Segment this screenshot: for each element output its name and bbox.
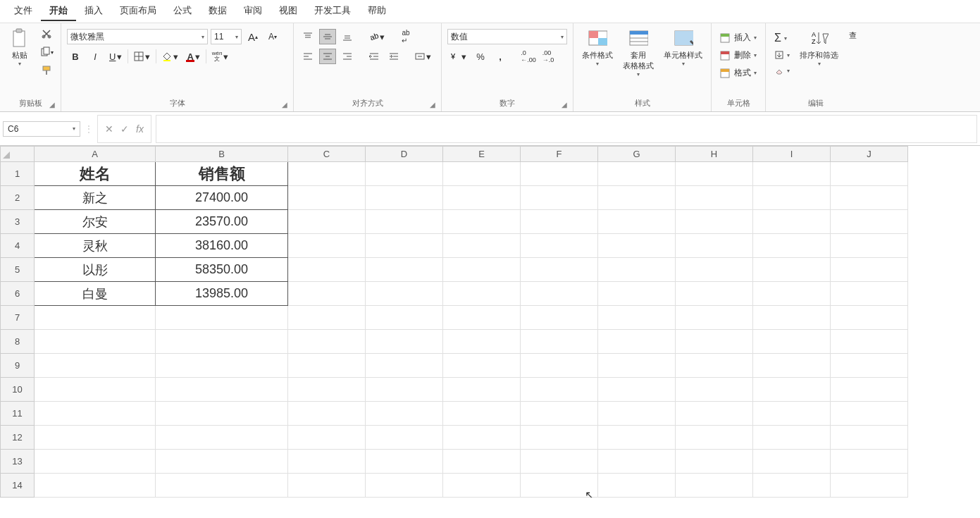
cell[interactable] [288,426,366,450]
menu-formulas[interactable]: 公式 [165,1,200,21]
cell[interactable] [831,258,908,282]
menu-data[interactable]: 数据 [200,1,235,21]
cell[interactable] [35,474,156,498]
cell[interactable] [676,426,753,450]
cell[interactable] [288,186,366,210]
cell[interactable] [288,330,366,354]
cell[interactable] [521,354,598,378]
cell[interactable] [366,402,443,426]
cell[interactable] [753,234,831,258]
cell[interactable] [676,474,753,498]
cell[interactable] [521,426,598,450]
column-header[interactable]: C [288,147,366,162]
cell[interactable] [598,258,676,282]
cell[interactable] [753,186,831,210]
copy-button[interactable]: ▾ [38,44,55,60]
cancel-formula-button[interactable]: ✕ [105,123,113,135]
column-header[interactable]: B [156,147,288,162]
row-header[interactable]: 4 [1,234,35,258]
cell[interactable] [156,402,288,426]
cell[interactable] [443,162,521,186]
align-middle-button[interactable] [319,29,336,44]
row-header[interactable]: 9 [1,354,35,378]
cell[interactable] [598,210,676,234]
align-left-button[interactable] [299,49,316,64]
font-color-button[interactable]: A▾ [184,49,202,64]
insert-cells-button[interactable]: 插入▾ [717,30,759,45]
cell[interactable] [35,426,156,450]
percent-button[interactable]: % [472,49,489,64]
menu-file[interactable]: 文件 [6,1,41,21]
cell[interactable] [156,474,288,498]
cell[interactable] [156,330,288,354]
enter-formula-button[interactable]: ✓ [120,123,129,135]
cell[interactable] [288,306,366,330]
column-header[interactable]: G [598,147,676,162]
cell[interactable] [831,186,908,210]
cell[interactable] [676,210,753,234]
cell[interactable]: 姓名 [35,162,156,186]
dialog-launcher-icon[interactable]: ◢ [430,101,435,109]
cell[interactable] [156,378,288,402]
format-cells-button[interactable]: 格式▾ [717,66,759,80]
row-header[interactable]: 10 [1,378,35,402]
cell[interactable] [288,210,366,234]
menu-view[interactable]: 视图 [271,1,306,21]
cell[interactable] [366,258,443,282]
cell[interactable] [831,234,908,258]
cell[interactable] [288,234,366,258]
cell[interactable] [598,354,676,378]
dialog-launcher-icon[interactable]: ◢ [49,101,55,109]
dialog-launcher-icon[interactable]: ◢ [562,101,567,109]
cell[interactable] [831,330,908,354]
cell[interactable] [288,402,366,426]
row-header[interactable]: 12 [1,426,35,450]
merge-center-button[interactable]: ▾ [412,49,434,64]
cell[interactable] [443,186,521,210]
cell[interactable] [598,474,676,498]
align-top-button[interactable] [299,29,316,44]
cell[interactable] [521,474,598,498]
row-header[interactable]: 2 [1,186,35,210]
formula-input[interactable] [156,115,977,143]
cell[interactable] [366,306,443,330]
cell[interactable]: 58350.00 [156,258,288,282]
cell[interactable] [831,426,908,450]
cell[interactable] [443,426,521,450]
row-header[interactable]: 13 [1,450,35,474]
cell[interactable]: 白曼 [35,282,156,306]
cell[interactable] [35,330,156,354]
cell[interactable] [443,402,521,426]
cell[interactable] [598,402,676,426]
cell[interactable] [443,282,521,306]
font-size-combo[interactable]: 11▾ [211,29,242,44]
cell[interactable] [676,330,753,354]
cell[interactable] [443,474,521,498]
row-header[interactable]: 14 [1,474,35,498]
underline-button[interactable]: U▾ [106,49,125,64]
pinyin-guide-button[interactable]: wén文▾ [209,49,232,64]
bold-button[interactable]: B [67,49,84,64]
cell[interactable] [288,378,366,402]
cell[interactable] [288,282,366,306]
cell-styles-button[interactable]: 单元格样式 ▾ [661,26,705,70]
cell[interactable] [521,210,598,234]
row-header[interactable]: 7 [1,306,35,330]
cell[interactable] [598,426,676,450]
select-all-corner[interactable] [1,147,35,162]
align-center-button[interactable] [319,49,336,64]
cell[interactable] [598,306,676,330]
cell[interactable] [366,378,443,402]
cell[interactable] [35,306,156,330]
wrap-text-button[interactable]: ab↵ [397,29,414,44]
cell[interactable] [288,354,366,378]
cell[interactable] [156,426,288,450]
cell[interactable] [521,330,598,354]
row-header[interactable]: 1 [1,162,35,186]
cell[interactable] [443,258,521,282]
decrease-decimal-button[interactable]: .00→.0 [540,49,557,64]
cell[interactable] [753,330,831,354]
cell[interactable]: 以彤 [35,258,156,282]
cell[interactable] [831,450,908,474]
cell[interactable]: 27400.00 [156,186,288,210]
